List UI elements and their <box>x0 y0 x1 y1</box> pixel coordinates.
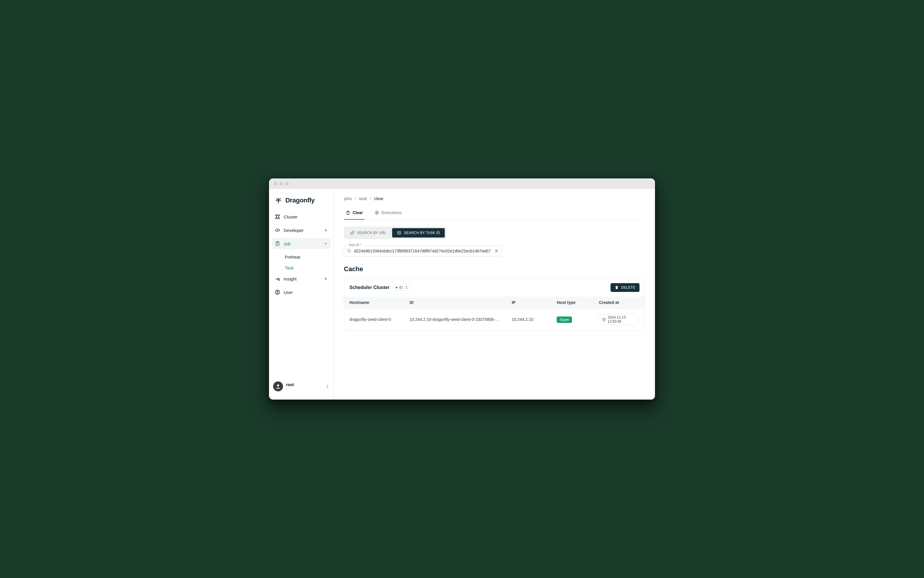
brand: Dragonfly <box>269 193 334 210</box>
clear-icon[interactable] <box>494 248 499 253</box>
titlebar <box>269 179 655 189</box>
sidebar-footer[interactable]: root - <box>269 376 334 399</box>
nav: Cluster Developer Job <box>269 210 334 301</box>
breadcrumb-task[interactable]: task <box>359 196 367 201</box>
cell-id: 10.244.2.10-dragonfly-seed-client-0-2337… <box>404 308 507 331</box>
cluster-id-pill: ID : 1 <box>393 284 410 291</box>
sidebar-item-insight[interactable]: Insight <box>272 273 331 284</box>
user-icon <box>275 290 280 295</box>
th-hostname: Hostname <box>344 297 404 308</box>
delete-button[interactable]: DELETE <box>611 283 639 292</box>
user-role: - <box>286 387 294 391</box>
tabs: Clear Executions <box>344 208 645 220</box>
link-icon <box>350 231 355 235</box>
cache-table: Hostname ID IP Host type Created at drag… <box>344 297 645 330</box>
search-icon <box>347 248 352 253</box>
chevron-right-icon <box>324 228 328 232</box>
svg-point-13 <box>277 291 278 292</box>
updown-icon <box>326 384 329 389</box>
th-ip: IP <box>506 297 551 308</box>
trash-icon <box>345 210 350 215</box>
svg-rect-1 <box>276 215 277 216</box>
status-dot-icon <box>396 287 397 288</box>
card-header: Scheduler Cluster ID : 1 DELETE <box>344 278 645 297</box>
host-type-badge: Super <box>557 317 572 323</box>
toggle-label: SEARCH BY TASK ID <box>404 231 440 235</box>
trash-icon <box>614 286 619 290</box>
toggle-search-taskid[interactable]: SEARCH BY TASK ID <box>392 228 444 237</box>
svg-point-14 <box>277 384 279 386</box>
breadcrumb-sep: / <box>355 196 356 201</box>
main: jobs / task / clear Clear Executions <box>334 189 655 399</box>
svg-rect-4 <box>278 218 280 219</box>
sidebar: Dragonfly Cluster Developer <box>269 189 334 399</box>
avatar-icon <box>275 383 281 389</box>
cluster-id-label: ID : 1 <box>399 286 408 290</box>
svg-line-21 <box>350 252 350 252</box>
tab-label: Clear <box>353 210 363 215</box>
brand-name: Dragonfly <box>285 196 314 204</box>
sidebar-item-cluster[interactable]: Cluster <box>272 211 331 222</box>
svg-rect-17 <box>398 231 401 234</box>
svg-rect-2 <box>278 215 280 216</box>
app-window: Dragonfly Cluster Developer <box>269 179 655 399</box>
avatar <box>273 382 283 391</box>
svg-rect-25 <box>616 286 617 286</box>
sidebar-item-label: Insight <box>284 276 297 281</box>
svg-line-7 <box>277 229 278 232</box>
th-host-type: Host type <box>551 297 593 308</box>
sidebar-item-label: Job <box>284 241 291 246</box>
toggle-search-url[interactable]: SEARCH BY URL <box>345 228 391 237</box>
insight-icon <box>275 276 280 281</box>
window-dot-close[interactable] <box>274 182 277 185</box>
svg-marker-16 <box>377 212 378 213</box>
svg-line-11 <box>279 280 280 281</box>
sidebar-item-user[interactable]: User <box>272 287 331 298</box>
cell-hostname: dragonfly-seed-client-0 <box>344 308 404 331</box>
breadcrumb-sep: / <box>370 196 371 201</box>
code-icon <box>275 227 280 233</box>
tab-label: Executions <box>382 210 402 215</box>
task-id-field-wrap: Task ID * <box>344 245 502 257</box>
job-submenu: Preheat Task <box>272 252 331 273</box>
search-toggle: SEARCH BY URL SEARCH BY TASK ID <box>344 227 446 239</box>
sidebar-item-developer[interactable]: Developer <box>272 225 331 236</box>
section-title-cache: Cache <box>344 265 645 273</box>
th-id: ID <box>404 297 507 308</box>
breadcrumb: jobs / task / clear <box>344 196 645 201</box>
breadcrumb-jobs[interactable]: jobs <box>344 196 352 201</box>
breadcrumb-current: clear <box>374 196 384 201</box>
user-meta: root - <box>286 382 294 391</box>
table-row: dragonfly-seed-client-0 10.244.2.10-drag… <box>344 308 645 331</box>
created-at-pill: 2024-11-13 12:50:45 <box>599 314 639 325</box>
cluster-name: Scheduler Cluster <box>349 285 389 290</box>
sidebar-item-job[interactable]: Job <box>272 238 331 249</box>
delete-label: DELETE <box>621 286 635 290</box>
svg-rect-24 <box>615 286 618 287</box>
tab-clear[interactable]: Clear <box>344 208 365 220</box>
toggle-label: SEARCH BY URL <box>357 231 386 235</box>
sidebar-item-label: Developer <box>284 228 303 233</box>
sidebar-item-label: User <box>284 290 293 295</box>
task-id-input[interactable] <box>344 245 502 257</box>
dragonfly-logo-icon <box>275 197 282 204</box>
cache-card: Scheduler Cluster ID : 1 DELETE <box>344 278 645 331</box>
cluster-icon <box>275 214 280 219</box>
cell-ip: 10.244.2.10 <box>506 308 551 331</box>
th-created: Created at <box>593 297 645 308</box>
window-dot-max[interactable] <box>285 182 289 185</box>
sidebar-subitem-task[interactable]: Task <box>285 262 331 273</box>
chevron-right-icon <box>324 277 328 281</box>
clipboard-icon <box>275 241 280 246</box>
play-circle-icon <box>374 210 379 215</box>
window-dot-min[interactable] <box>280 182 283 185</box>
sidebar-subitem-preheat[interactable]: Preheat <box>285 252 331 262</box>
field-label: Task ID * <box>347 243 363 247</box>
username: root <box>286 382 294 387</box>
chevron-down-icon <box>324 242 328 246</box>
clock-icon <box>602 318 606 321</box>
cell-created: 2024-11-13 12:50:45 <box>593 308 645 331</box>
cell-host-type: Super <box>551 308 593 331</box>
id-card-icon <box>397 231 402 235</box>
tab-executions[interactable]: Executions <box>373 208 403 220</box>
